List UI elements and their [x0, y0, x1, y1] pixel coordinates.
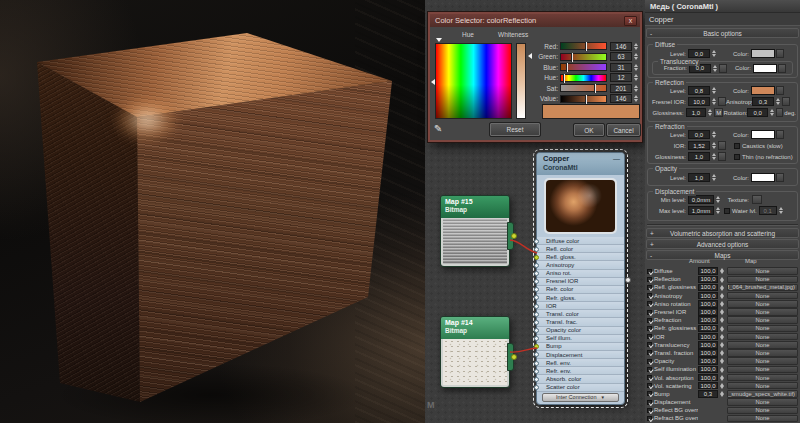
spinner-arrows[interactable]: [719, 316, 725, 324]
fresnel-ior-field[interactable]: 10,0: [688, 97, 710, 106]
map-enable-checkbox[interactable]: [647, 310, 652, 315]
slot-socket-icon[interactable]: [534, 377, 539, 382]
map-button[interactable]: None: [727, 316, 798, 324]
spinner-arrows[interactable]: [719, 300, 725, 308]
map-amount-field[interactable]: 100,0: [698, 325, 718, 333]
map-amount-field[interactable]: 100,0: [698, 267, 718, 275]
reflection-color-swatch[interactable]: [751, 86, 775, 95]
spinner-arrows[interactable]: [719, 374, 725, 382]
slider-track[interactable]: [560, 74, 607, 82]
map-amount-field[interactable]: 100,0: [698, 349, 718, 357]
slider-track[interactable]: [560, 84, 607, 92]
map-amount-field[interactable]: 100,0: [698, 333, 718, 341]
spinner-arrows[interactable]: [719, 284, 725, 292]
spinner-up-icon[interactable]: [634, 43, 638, 46]
slider-value-field[interactable]: 63: [610, 52, 632, 61]
spinner-arrows[interactable]: [712, 64, 718, 73]
spinner-arrows[interactable]: [769, 108, 775, 117]
map-enable-checkbox[interactable]: [647, 342, 652, 347]
refr-glossiness-map-button[interactable]: [718, 152, 726, 161]
map-button[interactable]: M138_064_brushed_metal.jpg): [727, 284, 798, 292]
spinner-up-icon[interactable]: [634, 74, 638, 77]
slider-handle[interactable]: [585, 42, 587, 51]
cancel-button[interactable]: Cancel: [607, 124, 640, 136]
node-map14[interactable]: Map #14 Bitmap: [440, 316, 510, 388]
map-enable-checkbox[interactable]: [647, 375, 652, 380]
slot-socket-icon[interactable]: [534, 279, 539, 284]
node-input-slot[interactable]: Fresnel IOR: [537, 278, 624, 286]
slider-track[interactable]: [560, 63, 607, 71]
spinner-arrows[interactable]: [711, 141, 717, 150]
map-enable-checkbox[interactable]: [647, 334, 652, 339]
spinner-arrows[interactable]: [719, 292, 725, 300]
node-map15-header[interactable]: Map #15 Bitmap: [441, 196, 509, 218]
slot-socket-icon[interactable]: [534, 247, 539, 252]
slot-socket-icon[interactable]: [534, 263, 539, 268]
slider-value-field[interactable]: 146: [610, 42, 632, 51]
node-input-slot[interactable]: Transl. frac.: [537, 318, 624, 326]
slider-handle[interactable]: [594, 84, 596, 93]
map-enable-checkbox[interactable]: [647, 318, 652, 323]
reflection-level-field[interactable]: 0,8: [688, 86, 710, 95]
spinner-up-icon[interactable]: [634, 85, 638, 88]
node-input-slot[interactable]: Refl. color: [537, 245, 624, 253]
spinner-arrows[interactable]: [711, 97, 717, 106]
spinner-arrows[interactable]: [715, 206, 721, 215]
spinner-down-icon[interactable]: [634, 89, 638, 92]
rotation-field[interactable]: 0,0: [747, 108, 768, 117]
map-amount-field[interactable]: 0,3: [698, 390, 718, 398]
spinner-down-icon[interactable]: [634, 47, 638, 50]
spinner-arrows[interactable]: [633, 73, 639, 82]
spinner-arrows[interactable]: [719, 267, 725, 275]
map-button[interactable]: None: [727, 300, 798, 308]
map-amount-field[interactable]: 100,0: [698, 382, 718, 390]
opacity-level-field[interactable]: 1,0: [688, 173, 710, 182]
node-input-slot[interactable]: Transl. color: [537, 310, 624, 318]
translucency-color-map-button[interactable]: [778, 64, 786, 73]
slot-socket-icon[interactable]: [534, 369, 539, 374]
spinner-arrows[interactable]: [719, 366, 725, 374]
rotation-map-button[interactable]: [776, 108, 784, 117]
map-button[interactable]: None: [727, 325, 798, 333]
map-enable-checkbox[interactable]: [647, 416, 652, 421]
slider-track[interactable]: [560, 95, 607, 103]
map-enable-checkbox[interactable]: [647, 350, 652, 355]
spinner-up-icon[interactable]: [634, 53, 638, 56]
spinner-arrows[interactable]: [719, 325, 725, 333]
node-input-slot[interactable]: Refl. env.: [537, 359, 624, 367]
map-enable-checkbox[interactable]: [647, 326, 652, 331]
refraction-color-swatch[interactable]: [751, 130, 775, 139]
caustics-checkbox[interactable]: [734, 143, 740, 149]
slot-socket-icon[interactable]: [534, 271, 539, 276]
node-input-slot[interactable]: Scatter color: [537, 384, 624, 392]
thin-checkbox[interactable]: [734, 154, 740, 160]
slider-handle[interactable]: [566, 63, 568, 72]
spinner-arrows[interactable]: [719, 382, 725, 390]
spinner-arrows[interactable]: [719, 341, 725, 349]
glossiness-field[interactable]: 1,0: [686, 108, 707, 117]
disp-max-field[interactable]: 1,0mm: [688, 206, 714, 215]
map-amount-field[interactable]: 100,0: [698, 284, 718, 292]
map-button[interactable]: None: [727, 415, 798, 423]
whiteness-strip[interactable]: [516, 43, 526, 119]
map-button[interactable]: None: [727, 382, 798, 390]
diffuse-color-swatch[interactable]: [751, 49, 775, 58]
map-enable-checkbox[interactable]: [647, 301, 652, 306]
map-amount-field[interactable]: 100,0: [698, 341, 718, 349]
diffuse-color-map-button[interactable]: [776, 49, 784, 58]
spinner-arrows[interactable]: [719, 390, 725, 398]
node-copper-output-socket[interactable]: [625, 277, 631, 283]
map-amount-field[interactable]: 100,0: [698, 374, 718, 382]
map-enable-checkbox[interactable]: [647, 269, 652, 274]
ok-button[interactable]: OK: [574, 124, 604, 136]
map-enable-checkbox[interactable]: [647, 285, 652, 290]
spinner-arrows[interactable]: [719, 308, 725, 316]
node-input-slot[interactable]: Refl. gloss.: [537, 253, 624, 261]
slider-value-field[interactable]: 146: [610, 94, 632, 103]
slot-socket-icon[interactable]: [534, 352, 539, 357]
slot-socket-icon[interactable]: [534, 287, 539, 292]
slot-socket-icon[interactable]: [534, 361, 539, 366]
spinner-down-icon[interactable]: [634, 99, 638, 102]
node-map14-header[interactable]: Map #14 Bitmap: [441, 317, 509, 339]
spinner-down-icon[interactable]: [634, 78, 638, 81]
